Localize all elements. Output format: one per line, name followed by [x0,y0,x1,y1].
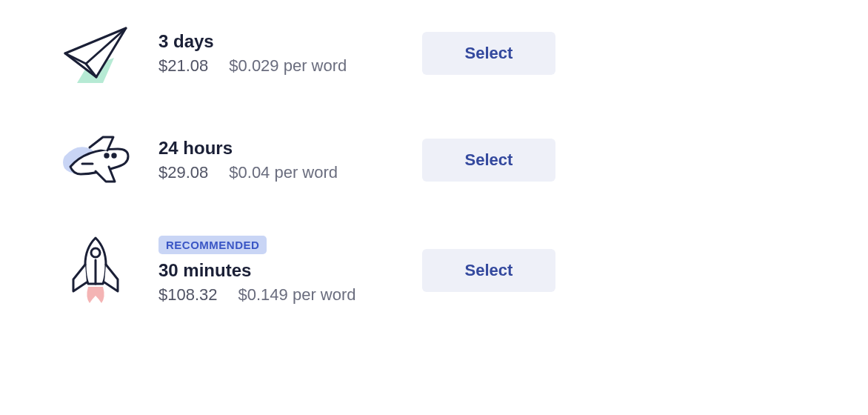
option-price-row: $21.08 $0.029 per word [158,56,407,76]
option-per-word-price: $0.029 per word [229,56,347,76]
option-duration: 3 days [158,31,407,52]
option-per-word-price: $0.04 per word [229,163,338,182]
option-price-row: $108.32 $0.149 per word [158,285,407,305]
pricing-options: 3 days $21.08 $0.029 per word Select [0,0,555,305]
option-per-word-price: $0.149 per word [238,285,356,305]
paper-airplane-icon [59,22,132,84]
pricing-option-3days: 3 days $21.08 $0.029 per word Select [59,22,555,84]
option-total-price: $29.08 [158,163,208,182]
rocket-icon [59,239,132,302]
airplane-icon [59,129,132,191]
select-button[interactable]: Select [422,139,555,182]
svg-point-6 [91,248,100,257]
pricing-option-24hours: 24 hours $29.08 $0.04 per word Select [59,129,555,191]
option-total-price: $108.32 [158,285,218,305]
option-info: 24 hours $29.08 $0.04 per word [158,138,407,182]
option-total-price: $21.08 [158,56,208,76]
option-info: 3 days $21.08 $0.029 per word [158,31,407,76]
option-duration: 30 minutes [158,260,407,281]
option-info: RECOMMENDED 30 minutes $108.32 $0.149 pe… [158,236,407,305]
pricing-option-30minutes: RECOMMENDED 30 minutes $108.32 $0.149 pe… [59,236,555,305]
recommended-badge: RECOMMENDED [158,236,267,254]
option-duration: 24 hours [158,138,407,159]
select-button[interactable]: Select [422,249,555,292]
svg-point-5 [113,154,116,157]
svg-point-4 [105,154,108,157]
select-button[interactable]: Select [422,32,555,75]
option-price-row: $29.08 $0.04 per word [158,163,407,182]
